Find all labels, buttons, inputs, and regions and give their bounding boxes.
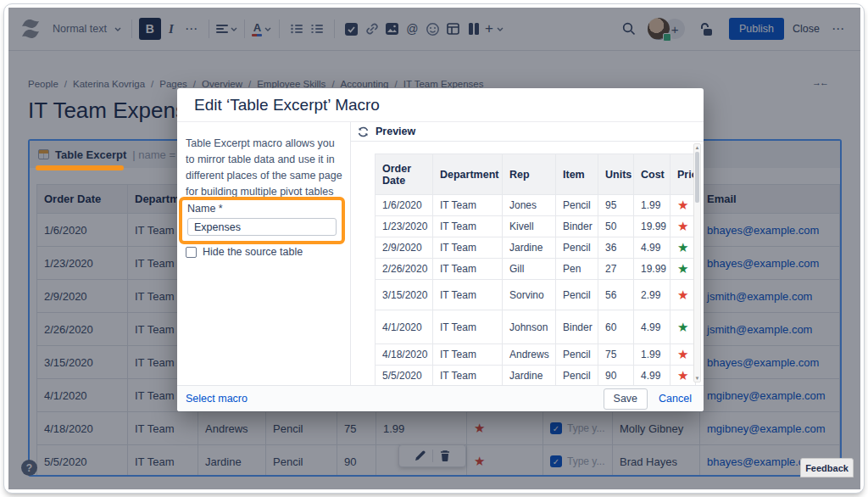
priority-star-icon: ★ xyxy=(677,240,688,254)
column-header: Department xyxy=(433,154,503,195)
dialog-title: Edit ‘Table Excerpt’ Macro xyxy=(177,88,704,122)
preview-label: Preview xyxy=(376,126,415,137)
select-macro-link[interactable]: Select macro xyxy=(186,393,248,405)
column-header: Cost xyxy=(634,154,670,195)
hide-source-checkbox[interactable] xyxy=(186,247,197,258)
preview-row: 2/26/2020 IT Team Gill Pen 27 19.99 ★ xyxy=(376,259,696,280)
annotation-underline xyxy=(36,165,124,170)
priority-star-icon: ★ xyxy=(677,320,688,334)
preview-scrollbar[interactable]: ▲ ▼ xyxy=(693,143,701,383)
priority-star-icon: ★ xyxy=(677,198,688,212)
edit-macro-dialog: Edit ‘Table Excerpt’ Macro Table Excerpt… xyxy=(177,88,704,411)
name-field-label: Name * xyxy=(187,203,337,215)
dialog-footer: Select macro Save Cancel xyxy=(177,385,704,411)
feedback-button[interactable]: Feedback xyxy=(800,458,854,477)
column-header: Units xyxy=(598,154,634,195)
macro-settings-pane: Table Excerpt macro allows you to mirror… xyxy=(177,122,351,385)
refresh-icon[interactable] xyxy=(358,126,369,137)
preview-row: 4/1/2020 IT Team Johnson Binder 60 4.99 … xyxy=(376,310,696,344)
priority-star-icon: ★ xyxy=(677,347,688,361)
preview-row: 1/6/2020 IT Team Jones Pencil 95 1.99 ★ xyxy=(376,195,696,216)
priority-star-icon: ★ xyxy=(677,219,688,233)
preview-header-row: Order DateDepartmentRepItemUnitsCostPrio… xyxy=(376,154,696,195)
priority-star-icon: ★ xyxy=(677,288,688,302)
preview-row: 1/23/2020 IT Team Kivell Binder 50 19.99… xyxy=(376,216,696,237)
preview-scroll-area[interactable]: Order DateDepartmentRepItemUnitsCostPrio… xyxy=(351,142,704,385)
scrollbar-thumb[interactable] xyxy=(695,152,699,203)
save-button[interactable]: Save xyxy=(604,388,648,410)
preview-pane: Preview Order DateDepartmentRepItemUnits… xyxy=(351,122,704,385)
column-header: Rep xyxy=(503,154,556,195)
hide-source-label: Hide the source table xyxy=(203,246,303,258)
priority-star-icon: ★ xyxy=(677,368,688,383)
preview-row: 4/18/2020 IT Team Andrews Pencil 75 1.99… xyxy=(376,344,696,366)
name-input[interactable] xyxy=(187,218,337,236)
preview-row: 3/15/2020 IT Team Sorvino Pencil 56 2.99… xyxy=(376,280,696,310)
annotation-highlight-box: Name * xyxy=(179,197,345,244)
priority-star-icon: ★ xyxy=(677,261,688,276)
preview-table: Order DateDepartmentRepItemUnitsCostPrio… xyxy=(375,154,696,385)
scroll-down-icon[interactable]: ▼ xyxy=(694,375,700,382)
scroll-up-icon[interactable]: ▲ xyxy=(694,144,700,151)
preview-row: 2/9/2020 IT Team Jardine Pencil 36 4.99 … xyxy=(376,237,696,259)
cancel-link[interactable]: Cancel xyxy=(659,393,692,405)
column-header: Order Date xyxy=(376,154,433,195)
preview-row: 5/5/2020 IT Team Jardine Pencil 90 4.99 … xyxy=(376,366,696,386)
app-window: Normal text B I ⋯ A xyxy=(3,3,865,494)
column-header: Priority xyxy=(670,154,696,195)
column-header: Item xyxy=(556,154,598,195)
